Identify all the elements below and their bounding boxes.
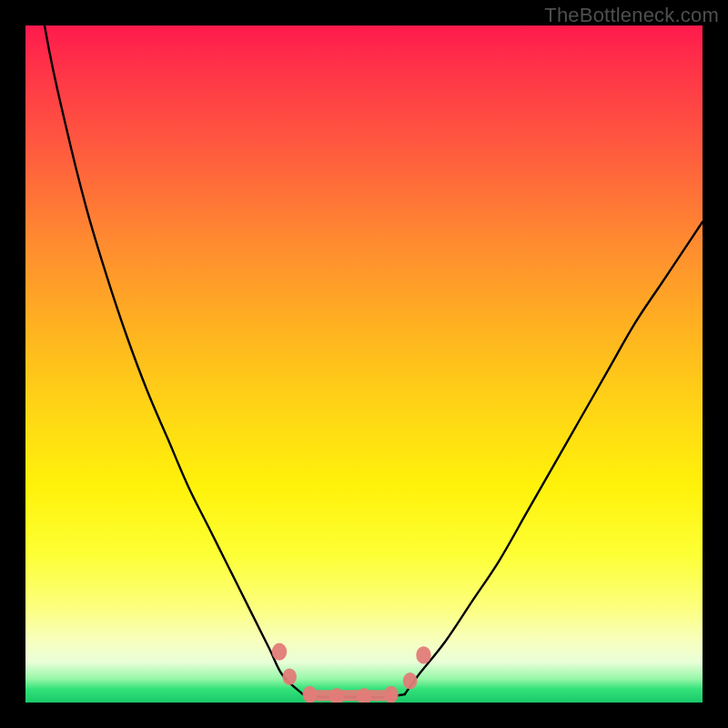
- valley-markers: [272, 643, 431, 703]
- valley-marker: [384, 686, 399, 703]
- valley-marker: [272, 643, 287, 661]
- valley-marker: [282, 669, 297, 685]
- plot-area: [25, 25, 703, 703]
- valley-marker: [403, 672, 418, 689]
- watermark-text: TheBottleneck.com: [544, 4, 719, 27]
- valley-marker: [416, 646, 430, 663]
- chart-svg: [25, 25, 703, 703]
- valley-marker: [302, 686, 317, 703]
- curve-right-arm: [405, 222, 703, 694]
- chart-frame: TheBottleneck.com: [0, 0, 728, 728]
- curve-left-arm: [25, 25, 303, 694]
- valley-floor-marker: [304, 690, 396, 701]
